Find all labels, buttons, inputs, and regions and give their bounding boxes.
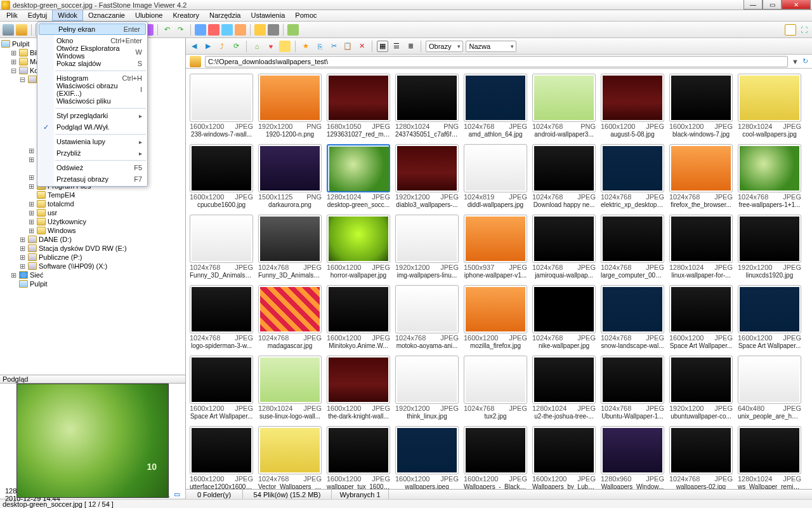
cut-icon[interactable]: ✂ bbox=[328, 41, 339, 52]
thumbnail[interactable]: 640x480JPEGunix_people_are_hap... bbox=[738, 356, 801, 420]
dual-pane-icon[interactable] bbox=[785, 24, 796, 36]
thumbnail[interactable]: 1280x1024PNG2437435051_c7af6f40... bbox=[395, 74, 459, 138]
thumbnail[interactable]: 1024x768JPEGUbuntu-Wallpaper-1... bbox=[601, 356, 664, 420]
thumbnail[interactable]: 1600x1200JPEGWallpapers_-_Black_... bbox=[464, 426, 527, 489]
close-button[interactable]: ✕ bbox=[782, 0, 811, 10]
wallpaper-icon[interactable] bbox=[287, 24, 299, 36]
thumbnail[interactable]: 1280x1024JPEGlinux-wallpaper-for-... bbox=[669, 215, 733, 279]
print-icon[interactable] bbox=[268, 24, 279, 36]
undo-icon[interactable]: ↶ bbox=[162, 24, 173, 36]
menu-widok[interactable]: Widok bbox=[52, 10, 83, 21]
menu-item[interactable]: Przybliż▸ bbox=[37, 147, 147, 159]
thumbnail[interactable]: 1280x960JPEGWallpapers_Window... bbox=[601, 426, 664, 489]
redo-icon[interactable]: ↷ bbox=[175, 24, 187, 36]
thumbnail[interactable]: 1024x768JPEGtux2.jpg bbox=[464, 356, 527, 420]
menu-edytuj[interactable]: Edytuj bbox=[23, 10, 53, 21]
menu-ulubione[interactable]: Ulubione bbox=[130, 10, 167, 21]
thumbnail[interactable]: 1600x1200JPEGhorror-wallpaper.jpg bbox=[327, 215, 390, 279]
menu-pomoc[interactable]: Pomoc bbox=[290, 10, 322, 21]
copy-icon[interactable]: ⎘ bbox=[314, 41, 325, 52]
list-view-icon[interactable]: ☰ bbox=[391, 41, 402, 52]
thumbnail[interactable]: 1600x1200JPEGblack-windows-7.jpg bbox=[669, 74, 733, 138]
thumbnail[interactable]: 1024x768JPEGfree-wallpapers-1+1... bbox=[738, 144, 801, 208]
thumbnail[interactable]: 1024x768JPEGmadagascar.jpg bbox=[258, 285, 322, 349]
thumbnail[interactable]: 1600x1200JPEGthe-dark-knight-wall... bbox=[327, 356, 390, 420]
thumbnail[interactable]: 1680x1050JPEG1293631027_red_mot... bbox=[327, 74, 390, 138]
fav-icon[interactable]: ♥ bbox=[265, 41, 277, 52]
email-icon[interactable] bbox=[254, 24, 266, 36]
tree-node[interactable]: ⊞DANE (D:) bbox=[1, 235, 184, 244]
thumbnail[interactable]: 1280x1024JPEGcool-wallpapers.jpg bbox=[738, 74, 801, 138]
details-view-icon[interactable]: ≣ bbox=[405, 41, 416, 52]
thumbnail[interactable]: 1280x1024JPEGws_Wallpaper_remin... bbox=[738, 426, 801, 489]
tree-node[interactable]: TempEI4 bbox=[1, 190, 184, 199]
thumbnail[interactable]: 1920x1200JPEGdiablo3_wallpapers-... bbox=[395, 144, 459, 208]
thumbnail[interactable]: 1500x1125PNGdarkaurora.png bbox=[258, 144, 322, 208]
jpeg-icon[interactable] bbox=[235, 24, 246, 36]
thumbnail[interactable]: 1600x1200JPEGcpucube1600.jpg bbox=[190, 144, 253, 208]
thumbnail[interactable]: 1600x1200JPEGaugust-5-08.jpg bbox=[601, 74, 664, 138]
menu-item[interactable]: ✓Podgląd Wł./Wył. bbox=[37, 121, 147, 133]
nav-up-icon[interactable]: ⤴ bbox=[216, 41, 228, 52]
thumbnail[interactable]: 1500x937JPEGiphone-wallpaper-v1... bbox=[464, 215, 527, 279]
thumbs-view-icon[interactable]: ▦ bbox=[377, 41, 388, 52]
thumbnail[interactable]: 1600x1200JPEGSpace Art Wallpaper... bbox=[190, 356, 253, 420]
thumbnail[interactable]: 1024x768JPEGjamiroquai-wallpap... bbox=[532, 215, 596, 279]
sort-dropdown[interactable]: Nazwa bbox=[466, 41, 516, 52]
thumbnail[interactable]: 1600x1200JPEGSpace Art Wallpaper... bbox=[669, 285, 733, 349]
delete-icon[interactable]: ✕ bbox=[356, 41, 367, 52]
thumbnail[interactable]: 1024x768JPEGlogo-spiderman-3-w... bbox=[190, 285, 253, 349]
thumbnail[interactable]: 1920x1200JPEGimg-wallpapers-linu... bbox=[395, 215, 459, 279]
go-icon[interactable]: ↻ bbox=[802, 57, 808, 65]
filter-dropdown[interactable]: Obrazy bbox=[426, 41, 463, 52]
paste-icon[interactable]: 📋 bbox=[342, 41, 353, 52]
thumbnail[interactable]: 1280x1024JPEGsuse-linux-logo-wall... bbox=[258, 356, 322, 420]
batch-icon[interactable] bbox=[208, 24, 219, 36]
nav-fwd-icon[interactable]: ▶ bbox=[202, 41, 214, 52]
refresh-icon[interactable]: ⟳ bbox=[230, 41, 242, 52]
nav-back-icon[interactable]: ◀ bbox=[188, 41, 200, 52]
thumbnail[interactable]: 1280x1024JPEGu2-the-joshua-tree-... bbox=[532, 356, 596, 420]
compare-icon[interactable] bbox=[195, 24, 206, 36]
menu-oznaczanie[interactable]: Oznaczanie bbox=[83, 10, 130, 21]
copy-to-icon[interactable] bbox=[3, 24, 14, 36]
menu-item[interactable]: Właściwości obrazu (EXIF...)I bbox=[37, 84, 147, 95]
minimize-button[interactable]: — bbox=[743, 0, 763, 10]
tree-node[interactable]: ⊞usr bbox=[1, 208, 184, 217]
thumbnail[interactable]: 1024x768PNGandroid-wallpaper3... bbox=[532, 74, 596, 138]
thumbnail[interactable]: 1024x768JPEGlarge_computer_001... bbox=[601, 215, 664, 279]
tree-node[interactable]: ⊞Użytkownicy bbox=[1, 217, 184, 226]
add-folder-icon[interactable] bbox=[16, 24, 27, 36]
tree-node[interactable]: ⊞Publiczne (P:) bbox=[1, 253, 184, 262]
maximize-button[interactable]: ▭ bbox=[763, 0, 782, 10]
thumbnail[interactable]: 1600x1200JPEGWallpapers_by_Lubel... bbox=[532, 426, 596, 489]
history-icon[interactable] bbox=[279, 41, 291, 52]
thumbnail[interactable]: 1600x1200JPEGMinitokyo.Anime.W... bbox=[327, 285, 390, 349]
thumbnail[interactable]: 1024x768JPEGwallpapers-02.jpg bbox=[669, 426, 733, 489]
thumbnail[interactable]: 1024x768JPEGfirefox_the_browser... bbox=[669, 144, 733, 208]
menu-plik[interactable]: Plik bbox=[1, 10, 23, 21]
thumbnail[interactable]: 1600x1200JPEGutterface1200x1600.j... bbox=[190, 426, 253, 489]
menu-item[interactable]: Styl przeglądarki▸ bbox=[37, 110, 147, 121]
thumbnail[interactable]: 1024x768JPEGelektric_xp_desktop_... bbox=[601, 144, 664, 208]
thumbnail[interactable]: 1024x768JPEGmotoko-aoyama-ani... bbox=[395, 285, 459, 349]
menu-item[interactable]: Pełny ekranEnter bbox=[39, 23, 146, 35]
thumbnail[interactable]: 1024x768JPEGFunny_3D_Animals_... bbox=[258, 215, 322, 279]
tree-node[interactable]: Pulpit bbox=[1, 279, 184, 288]
tree-node[interactable]: ⊞Sieć bbox=[1, 271, 184, 279]
fullscreen-icon[interactable]: ⛶ bbox=[798, 24, 809, 36]
thumbnail[interactable]: 1024x819JPEGdiddl-wallpapers.jpg bbox=[464, 144, 527, 208]
tree-node[interactable]: ⊞Software (\\HP09) (X:) bbox=[1, 262, 184, 271]
menu-item[interactable]: Otwórz Eksploratora WindowsW bbox=[37, 46, 147, 58]
thumbnail[interactable]: 1600x1200JPEGmozilla_firefox.jpg bbox=[464, 285, 527, 349]
thumbnail[interactable]: 1600x1200JPEGwallpapers.jpeg bbox=[395, 426, 459, 489]
thumbnail[interactable]: 1024x768JPEGFunny_3D_Animals_... bbox=[190, 215, 253, 279]
menu-narzędzia[interactable]: Narzędzia bbox=[204, 10, 246, 21]
star-icon[interactable]: ★ bbox=[300, 41, 311, 52]
menu-ustawienia[interactable]: Ustawienia bbox=[246, 10, 291, 21]
thumbnail[interactable]: 1920x1200JPEGthink_linux.jpg bbox=[395, 356, 459, 420]
thumbnail[interactable]: 1024x768JPEGamd_athlon_64.jpg bbox=[464, 74, 527, 138]
thumbnail[interactable]: 1600x1200JPEGwallpaper_tux_1600.j... bbox=[327, 426, 390, 489]
path-input[interactable]: C:\!Opera_downloads\wallpapers_test\ bbox=[205, 56, 788, 67]
home-icon[interactable]: ⌂ bbox=[251, 41, 263, 52]
